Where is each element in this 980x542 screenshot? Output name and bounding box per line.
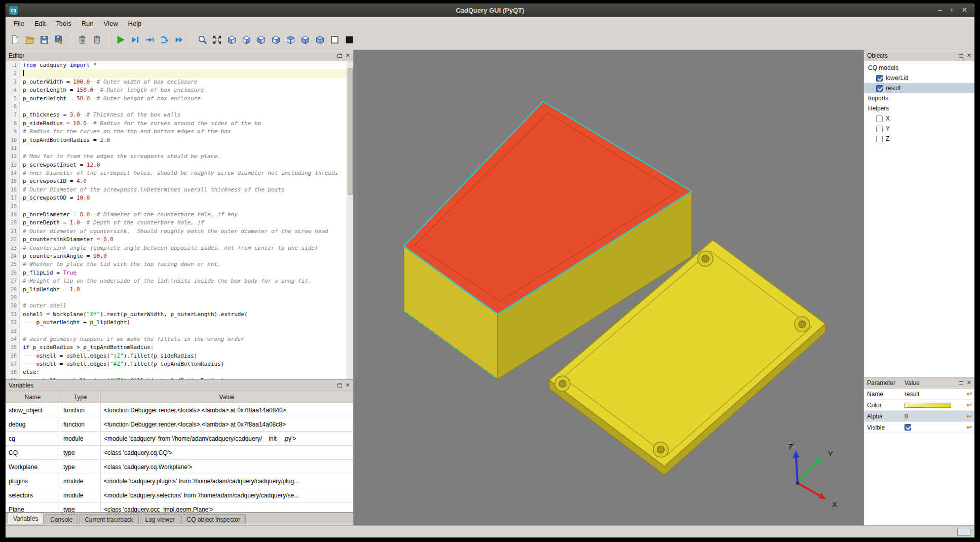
variable-row-Workplane[interactable]: Workplanetype<class 'cadquery.cq.Workpla… [6,460,353,474]
close-panel-icon[interactable]: ✕ [346,382,350,388]
code-line-16[interactable]: 16# Outer Diameter of the screwposts.\nD… [6,186,347,194]
code-line-22[interactable]: 22p_countersinkDiameter = 0.0 [6,236,347,244]
menu-help[interactable]: Help [123,18,147,29]
viewport-3d[interactable]: Z Y X [354,50,863,525]
code-line-10[interactable]: 10p_topAndBottomRadius = 2.0 [6,136,347,144]
code-line-26[interactable]: 26p_flipLid = True [6,269,347,277]
code-line-31[interactable]: 31oshell = Workplane("XY").rect(p_outerW… [6,311,347,319]
code-text[interactable]: if p_sideRadius > p_topAndBottomRadius: [20,343,347,352]
menu-tools[interactable]: Tools [51,18,76,29]
visibility-checkbox[interactable] [876,136,883,142]
visibility-checkbox[interactable] [876,126,883,132]
code-text[interactable]: p_sideRadius = 10.0··# Radius for the cu… [20,120,347,128]
tab-cq-object-inspector[interactable]: CQ object inspector [181,514,246,524]
code-line-18[interactable]: 18 [6,203,347,211]
tab-current-traceback[interactable]: Current traceback [79,514,138,524]
reset-icon[interactable]: ↩ [964,412,974,420]
color-swatch[interactable] [904,403,951,408]
column-header-name[interactable]: Name [6,391,60,403]
code-editor[interactable]: 1from cadquery import *23p_outerWidth = … [6,61,353,379]
view-bottom-button[interactable] [298,32,313,48]
float-panel-icon[interactable] [337,383,342,388]
code-text[interactable]: # Whether to place the lid with the top … [20,260,347,268]
view-front-button[interactable] [224,32,239,48]
tree-item-y[interactable]: Y [864,124,974,134]
new-script-button[interactable] [8,32,22,48]
editor-scrollbar[interactable] [347,61,353,379]
tree-group-helpers[interactable]: Helpers [864,103,974,113]
tree-item-x[interactable]: X [864,113,974,124]
debug-button[interactable] [128,32,142,48]
code-text[interactable]: p_outerWidth = 100.0··# Outer width of b… [20,78,347,86]
code-text[interactable]: # nner Diameter of the screwpost holes, … [20,169,347,177]
visibility-checkbox[interactable] [876,85,883,92]
code-line-24[interactable]: 24p_countersinkAngle = 90.0 [6,252,347,260]
visibility-checkbox[interactable] [876,75,883,82]
code-text[interactable] [20,294,347,302]
code-text[interactable] [20,103,347,111]
code-text[interactable]: from cadquery import * [20,61,347,69]
code-line-37[interactable]: 37····oshell = oshell.edges("#Z").fillet… [6,360,347,368]
view-right-button[interactable] [269,32,283,48]
variable-row-show_object[interactable]: show_objectfunction<function Debugger.re… [6,403,353,417]
param-value[interactable] [904,403,964,408]
variable-row-plugins[interactable]: pluginsmodule<module 'cadquery.plugins' … [6,474,353,488]
code-line-39[interactable]: 39····oshell = oshell.edges("#Z").fillet… [6,377,347,379]
param-row-visible[interactable]: Visible↩ [864,422,974,433]
zoom-button[interactable] [195,32,210,48]
code-text[interactable]: p_screwpostInset = 12.0 [20,161,347,169]
column-header-type[interactable]: Type [60,391,101,403]
view-left-button[interactable] [254,32,269,48]
code-line-3[interactable]: 3p_outerWidth = 100.0··# Outer width of … [6,78,347,86]
tab-log-viewer[interactable]: Log viewer [140,514,180,524]
code-text[interactable]: p_countersinkDiameter = 0.0 [20,236,347,244]
code-text[interactable] [20,203,347,211]
param-row-color[interactable]: Color↩ [864,400,974,411]
close-panel-icon[interactable]: ✕ [346,53,350,58]
viewport-canvas[interactable]: Z Y X [354,50,863,525]
tree-group-imports[interactable]: Imports [864,93,974,103]
code-text[interactable]: ····oshell = oshell.edges("#Z").fillet(p… [20,360,347,368]
code-line-17[interactable]: 17p_screwpostOD = 10.0 [6,194,347,202]
clear-button[interactable] [75,32,90,48]
minimize-button[interactable]: – [938,4,941,17]
screw-hole[interactable] [653,442,668,457]
code-text[interactable]: p_lipHeight = 1.0 [20,286,347,294]
continue-button[interactable] [172,32,186,48]
code-line-23[interactable]: 23# Countersink angle (complete angle be… [6,244,347,252]
code-text[interactable] [20,69,347,78]
code-text[interactable]: # Outer diameter of countersink. Should … [20,227,347,236]
code-line-7[interactable]: 7p_thickness = 3.0··# Thickness of the b… [6,111,347,119]
code-line-5[interactable]: 5p_outerHeight = 50.0··# Outer height of… [6,95,347,103]
code-line-4[interactable]: 4p_outerLength = 150.0··# Outer length o… [6,86,347,94]
tree-item-lowerlid[interactable]: lowerLid [864,73,974,83]
code-text[interactable]: p_outerLength = 150.0··# Outer length of… [20,86,347,94]
code-line-27[interactable]: 27# Height of lip on the underside of th… [6,277,347,285]
reset-icon[interactable]: ↩ [964,423,974,431]
view-back-button[interactable] [239,32,254,48]
delete-button[interactable] [90,32,104,48]
code-line-13[interactable]: 13p_screwpostInset = 12.0 [6,161,347,169]
code-text[interactable]: p_flipLid = True [20,269,347,277]
code-text[interactable]: p_boreDepth = 1.0··# Depth of the counte… [20,219,347,227]
code-line-32[interactable]: 32····p_outerHeight + p_lipHeight) [6,319,347,327]
code-text[interactable]: p_screwpostOD = 10.0 [20,194,347,202]
code-text[interactable]: p_boreDiameter = 8.0··# Diameter of the … [20,211,347,219]
reset-icon[interactable]: ↩ [964,401,974,409]
code-line-28[interactable]: 28p_lipHeight = 1.0 [6,286,347,294]
param-row-alpha[interactable]: Alpha0↩ [864,411,974,422]
menu-file[interactable]: File [9,18,29,29]
code-text[interactable]: # weird geometry happens if we make the … [20,335,347,343]
code-line-20[interactable]: 20p_boreDepth = 1.0··# Depth of the coun… [6,219,347,227]
column-header-value[interactable]: Value [101,391,353,403]
code-text[interactable]: ····oshell = oshell.edges("|Z").fillet(p… [20,352,347,360]
step-in-button[interactable] [157,32,172,48]
code-text[interactable]: ····oshell = oshell.edges("#Z").fillet(p… [20,377,347,379]
titlebar[interactable]: cq CadQuery GUI (PyQT) – + ✕ [6,4,974,17]
tree-item-result[interactable]: result [864,83,974,93]
code-line-6[interactable]: 6 [6,103,347,111]
close-panel-icon[interactable]: ✕ [967,53,971,58]
code-line-21[interactable]: 21# Outer diameter of countersink. Shoul… [6,227,347,236]
code-text[interactable]: oshell = Workplane("XY").rect(p_outerWid… [20,311,347,319]
code-line-35[interactable]: 35if p_sideRadius > p_topAndBottomRadius… [6,343,347,352]
